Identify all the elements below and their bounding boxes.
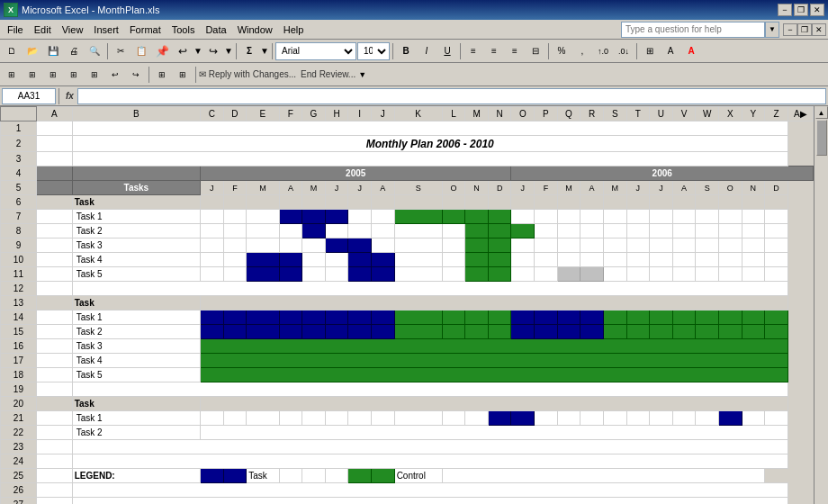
col-T[interactable]: T: [626, 107, 650, 122]
cell-B23[interactable]: [72, 440, 788, 454]
task1-label[interactable]: Task 1: [72, 210, 200, 224]
g3t1-c12[interactable]: [488, 411, 511, 426]
g3t1-c2[interactable]: [223, 411, 247, 426]
month-2006-O[interactable]: O: [718, 181, 742, 195]
menu-insert[interactable]: Insert: [88, 22, 124, 37]
t1-c5[interactable]: [302, 210, 326, 224]
t3-c21[interactable]: [696, 238, 719, 253]
month-2006-S[interactable]: S: [696, 181, 719, 195]
t2-c12[interactable]: [488, 224, 511, 238]
g3t1-c3[interactable]: [247, 411, 279, 426]
new-button[interactable]: 🗋: [2, 41, 22, 61]
t2-c16[interactable]: [580, 224, 604, 238]
month-2005-N[interactable]: N: [465, 181, 489, 195]
t3-c11[interactable]: [465, 238, 489, 253]
g2t2-c9[interactable]: [394, 325, 442, 339]
t5-c18[interactable]: [626, 267, 650, 282]
menu-view[interactable]: View: [57, 22, 89, 37]
g3t1-c4[interactable]: [279, 411, 302, 426]
t1-c23[interactable]: [742, 210, 765, 224]
t5-c11[interactable]: [465, 267, 489, 282]
t4-c19[interactable]: [650, 253, 673, 267]
t1-c8[interactable]: [372, 210, 395, 224]
t2-c4[interactable]: [279, 224, 302, 238]
t3-c24[interactable]: [765, 238, 788, 253]
minimize-button[interactable]: −: [778, 4, 792, 16]
month-2005-J[interactable]: J: [201, 181, 224, 195]
g2t2-c5[interactable]: [302, 325, 326, 339]
g2-task2-label[interactable]: Task 2: [72, 325, 200, 339]
cell-task-group-3[interactable]: Task: [72, 397, 200, 411]
cell-A21[interactable]: [36, 411, 72, 426]
t3-c6[interactable]: [325, 238, 348, 253]
t4-c3[interactable]: [247, 253, 279, 267]
t3-c15[interactable]: [557, 238, 580, 253]
cell-B26[interactable]: [72, 483, 788, 498]
g1h-c3[interactable]: [247, 195, 279, 210]
formula-input[interactable]: [77, 88, 826, 104]
month-2006-N[interactable]: N: [742, 181, 765, 195]
t2-c20[interactable]: [672, 224, 696, 238]
row-header-3[interactable]: 3: [1, 152, 37, 166]
t2-c13[interactable]: [511, 224, 535, 238]
t5-c10[interactable]: [442, 267, 465, 282]
g2t2-c22[interactable]: [718, 325, 742, 339]
month-2005-M2[interactable]: M: [302, 181, 326, 195]
font-size-select[interactable]: 10: [357, 42, 390, 60]
month-2005-D[interactable]: D: [488, 181, 511, 195]
legend-label[interactable]: LEGEND:: [72, 469, 200, 483]
g2t1-c11[interactable]: [465, 310, 489, 325]
t2-c5[interactable]: [302, 224, 326, 238]
t4-c20[interactable]: [672, 253, 696, 267]
grid-container[interactable]: A B C D E F G H I J K L M N: [0, 106, 814, 504]
task4-g1-label[interactable]: Task 4: [72, 253, 200, 267]
print-button[interactable]: 🖨: [64, 41, 84, 61]
cell-A1[interactable]: [36, 122, 72, 136]
t3-c19[interactable]: [650, 238, 673, 253]
g3t1-c14[interactable]: [535, 411, 558, 426]
row-header-24[interactable]: 24: [1, 454, 37, 469]
g1h-c15[interactable]: [557, 195, 580, 210]
cell-A20[interactable]: [36, 397, 72, 411]
g3t1-c16[interactable]: [580, 411, 604, 426]
row-header-25[interactable]: 25: [1, 469, 37, 483]
font-color-button[interactable]: A: [681, 41, 701, 61]
t5-c13[interactable]: [511, 267, 535, 282]
col-E[interactable]: E: [247, 107, 279, 122]
g2t2-c15[interactable]: [557, 325, 580, 339]
cell-B27[interactable]: [72, 498, 788, 505]
g2t1-c1[interactable]: [201, 310, 224, 325]
t1-c16[interactable]: [580, 210, 604, 224]
g1h-c22[interactable]: [718, 195, 742, 210]
g2t4-cells[interactable]: [201, 354, 788, 368]
t5-c7[interactable]: [348, 267, 372, 282]
t1-c11[interactable]: [465, 210, 489, 224]
t4-c13[interactable]: [511, 253, 535, 267]
col-K[interactable]: K: [394, 107, 442, 122]
g3t1-c23[interactable]: [742, 411, 765, 426]
t1-c22[interactable]: [718, 210, 742, 224]
g2t2-c6[interactable]: [325, 325, 348, 339]
month-2006-F[interactable]: F: [535, 181, 558, 195]
row-header-16[interactable]: 16: [1, 339, 37, 354]
t3-c13[interactable]: [511, 238, 535, 253]
cell-B4[interactable]: [72, 166, 200, 181]
col-C[interactable]: C: [201, 107, 224, 122]
question-input[interactable]: [621, 22, 765, 38]
t4-c21[interactable]: [696, 253, 719, 267]
menu-data[interactable]: Data: [200, 22, 231, 37]
t3-c17[interactable]: [603, 238, 626, 253]
col-J[interactable]: J: [372, 107, 395, 122]
font-family-select[interactable]: Arial: [275, 42, 356, 60]
month-2006-A1[interactable]: A: [580, 181, 604, 195]
save-button[interactable]: 💾: [43, 41, 63, 61]
cell-A3[interactable]: [36, 152, 72, 166]
g2t2-c14[interactable]: [535, 325, 558, 339]
t2-c17[interactable]: [603, 224, 626, 238]
t3-c14[interactable]: [535, 238, 558, 253]
decrease-decimal-button[interactable]: .0↓: [614, 41, 634, 61]
t2-c24[interactable]: [765, 224, 788, 238]
g1h-c2[interactable]: [223, 195, 247, 210]
cell-A17[interactable]: [36, 354, 72, 368]
t4-c5[interactable]: [302, 253, 326, 267]
